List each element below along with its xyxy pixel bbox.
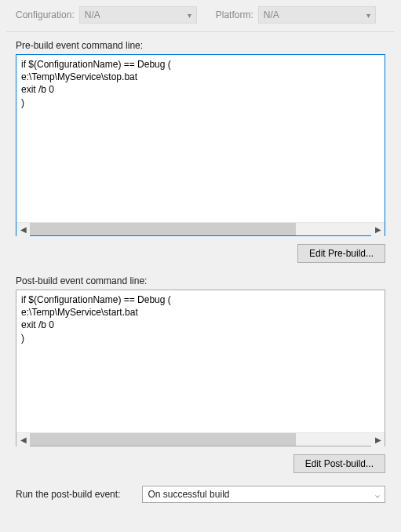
- postbuild-section: Post-build event command line: ◀ ▶: [0, 268, 401, 446]
- chevron-down-icon: ⌵: [375, 490, 380, 499]
- platform-dropdown: N/A ▾: [258, 6, 376, 24]
- scroll-thumb[interactable]: [30, 223, 296, 235]
- edit-postbuild-button[interactable]: Edit Post-build...: [293, 454, 385, 473]
- prebuild-textarea[interactable]: [16, 55, 385, 222]
- scroll-left-icon[interactable]: ◀: [16, 433, 30, 446]
- scroll-right-icon[interactable]: ▶: [371, 223, 385, 236]
- prebuild-section: Pre-build event command line: ◀ ▶: [0, 32, 401, 236]
- platform-value: N/A: [264, 9, 279, 20]
- scroll-track[interactable]: [30, 433, 371, 446]
- run-event-row: Run the post-build event: On successful …: [0, 478, 401, 509]
- configuration-label: Configuration:: [16, 9, 75, 20]
- prebuild-textarea-wrap: ◀ ▶: [16, 54, 385, 236]
- postbuild-label: Post-build event command line:: [16, 275, 385, 286]
- prebuild-label: Pre-build event command line:: [16, 40, 385, 51]
- scroll-thumb[interactable]: [30, 433, 296, 446]
- postbuild-button-row: Edit Post-build...: [0, 446, 401, 478]
- horizontal-scrollbar[interactable]: ◀ ▶: [16, 432, 385, 446]
- platform-label: Platform:: [216, 9, 253, 20]
- configuration-dropdown: N/A ▾: [79, 6, 197, 24]
- postbuild-textarea-wrap: ◀ ▶: [16, 290, 385, 446]
- scroll-left-icon[interactable]: ◀: [16, 223, 30, 236]
- chevron-down-icon: ▾: [366, 11, 370, 20]
- postbuild-textarea[interactable]: [16, 290, 385, 432]
- run-event-select[interactable]: On successful build ⌵: [142, 486, 385, 503]
- configuration-value: N/A: [85, 9, 100, 20]
- top-config-row: Configuration: N/A ▾ Platform: N/A ▾: [0, 0, 401, 31]
- chevron-down-icon: ▾: [188, 11, 191, 20]
- scroll-track[interactable]: [30, 223, 371, 235]
- edit-prebuild-button[interactable]: Edit Pre-build...: [297, 244, 385, 263]
- prebuild-button-row: Edit Pre-build...: [0, 236, 401, 268]
- run-event-value: On successful build: [148, 489, 229, 500]
- scroll-right-icon[interactable]: ▶: [371, 433, 385, 446]
- horizontal-scrollbar[interactable]: ◀ ▶: [16, 222, 385, 235]
- run-event-label: Run the post-build event:: [16, 489, 120, 500]
